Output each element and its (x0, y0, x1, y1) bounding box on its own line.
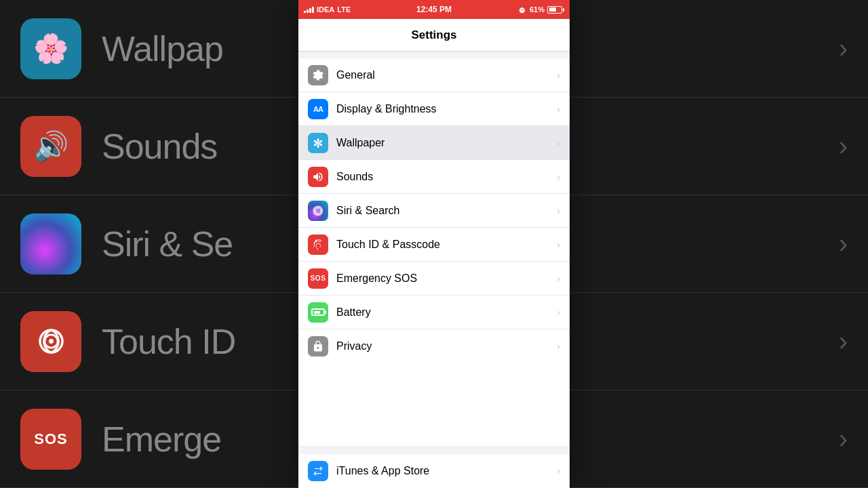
gear-svg (312, 69, 324, 81)
alarm-icon: ⏰ (517, 5, 527, 14)
bottom-section: iTunes & App Store › (298, 454, 570, 488)
signal-bar-3 (309, 8, 311, 13)
wallpaper-chevron: › (557, 138, 560, 148)
bg-chevron-sos: › (839, 424, 848, 454)
status-time: 12:45 PM (351, 5, 517, 14)
bg-icon-touchid (20, 311, 81, 372)
status-left: IDEA LTE (304, 5, 351, 14)
siri-label: Siri & Search (336, 205, 553, 217)
battery-item-shape (311, 308, 325, 316)
bg-chevron-siri: › (839, 228, 848, 259)
sos-text: SOS (311, 274, 326, 282)
privacy-icon (308, 336, 328, 357)
battery-icon (308, 302, 328, 323)
bg-icon-sos: SOS (20, 409, 81, 470)
signal-bar-2 (307, 9, 309, 13)
bg-icon-wallpaper: 🌸 (20, 18, 81, 79)
bg-label-sounds: Sounds (102, 126, 217, 167)
bg-chevron-touchid: › (839, 326, 848, 357)
settings-item-general[interactable]: General › (298, 58, 570, 92)
display-label: Display & Brightness (336, 103, 553, 115)
touchid-label: Touch ID & Passcode (336, 239, 553, 251)
signal-bar-1 (304, 11, 306, 13)
settings-item-wallpaper[interactable]: Wallpaper › (298, 126, 570, 160)
privacy-label: Privacy (336, 340, 553, 352)
bg-label-touchid: Touch ID (102, 321, 235, 362)
nav-title: Settings (411, 28, 456, 42)
network-label: LTE (337, 5, 351, 14)
bg-chevron-wallpaper: › (839, 33, 848, 64)
display-icon: AA (308, 99, 328, 119)
svg-point-2 (49, 339, 54, 344)
bg-label-wallpaper: Wallpap (102, 28, 223, 69)
svg-point-7 (317, 144, 319, 147)
settings-item-siri[interactable]: Siri & Search › (298, 194, 570, 228)
hand-svg (312, 340, 324, 352)
general-label: General (336, 69, 553, 81)
touchid-icon (308, 235, 328, 255)
siri-icon (308, 201, 328, 221)
bottom-gap (298, 446, 570, 454)
settings-item-touchid[interactable]: Touch ID & Passcode › (298, 228, 570, 262)
settings-panel: IDEA LTE 12:45 PM ⏰ 61% Settings (298, 0, 570, 488)
signal-bars (304, 6, 314, 13)
wallpaper-label: Wallpaper (336, 137, 553, 149)
sos-label: Emergency SOS (336, 272, 553, 285)
battery-label: Battery (336, 306, 553, 319)
fingerprint-svg (312, 239, 324, 251)
general-icon (308, 65, 328, 85)
privacy-chevron: › (557, 341, 560, 352)
siri-chevron: › (557, 205, 560, 216)
itunes-icon (308, 461, 328, 481)
sounds-icon (308, 167, 328, 187)
settings-item-privacy[interactable]: Privacy › (298, 329, 570, 363)
bg-label-sos: Emerge (102, 419, 221, 460)
settings-item-itunes[interactable]: iTunes & App Store › (298, 454, 570, 488)
itunes-label: iTunes & App Store (336, 465, 553, 477)
settings-list: General › AA Display & Brightness › (298, 58, 570, 446)
itunes-chevron: › (557, 466, 560, 476)
svg-point-3 (317, 142, 319, 144)
bg-label-siri: Siri & Se (102, 224, 233, 264)
bg-icon-siri (20, 214, 81, 274)
section-gap-top (298, 52, 570, 58)
flower-svg (312, 137, 324, 149)
settings-item-battery[interactable]: Battery › (298, 296, 570, 329)
touchid-chevron: › (557, 239, 560, 250)
battery-item-tip (325, 310, 326, 314)
display-chevron: › (557, 104, 560, 115)
settings-item-sos[interactable]: SOS Emergency SOS › (298, 262, 570, 296)
bg-icon-sounds: 🔊 (20, 116, 81, 177)
battery-percent: 61% (530, 5, 545, 14)
status-bar: IDEA LTE 12:45 PM ⏰ 61% (298, 0, 570, 19)
appstore-svg (312, 465, 324, 477)
nav-bar: Settings (298, 19, 570, 52)
bg-chevron-sounds: › (839, 131, 848, 161)
siri-svg (312, 205, 324, 217)
sound-svg (312, 171, 324, 183)
sos-chevron: › (557, 273, 560, 284)
aa-text: AA (313, 105, 323, 113)
svg-point-4 (317, 138, 319, 141)
settings-item-display[interactable]: AA Display & Brightness › (298, 92, 570, 126)
battery-tip (563, 8, 564, 12)
settings-item-sounds[interactable]: Sounds › (298, 160, 570, 194)
battery-body (547, 6, 562, 14)
signal-bar-4 (312, 7, 314, 13)
battery-fill (549, 7, 556, 12)
wallpaper-icon (308, 133, 328, 153)
carrier-label: IDEA (317, 5, 334, 14)
sounds-chevron: › (557, 171, 560, 182)
status-right: ⏰ 61% (517, 5, 564, 14)
battery-status-icon (547, 6, 564, 14)
battery-item-fill (314, 311, 321, 314)
general-chevron: › (557, 70, 560, 81)
sos-icon: SOS (308, 268, 328, 289)
battery-chevron: › (557, 307, 560, 318)
sounds-label: Sounds (336, 171, 553, 183)
